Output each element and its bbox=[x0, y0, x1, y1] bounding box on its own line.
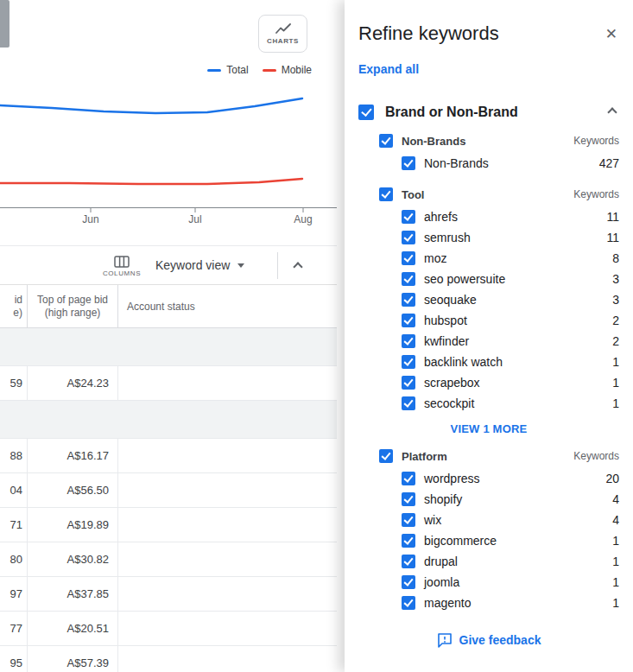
table-row[interactable]: 71 A$19.89 bbox=[0, 508, 337, 542]
x-tick-jun: Jun bbox=[82, 213, 98, 225]
low-bid-header-fragment-1: id bbox=[15, 294, 22, 307]
checkbox-checked[interactable] bbox=[402, 314, 415, 327]
keyword-count: 1 bbox=[612, 575, 619, 589]
keyword-filter-label: moz bbox=[424, 251, 446, 265]
collapse-chart-chevron-icon[interactable] bbox=[293, 262, 302, 271]
checkbox-checked[interactable] bbox=[379, 187, 393, 201]
view-selector-value: Keyword view bbox=[155, 258, 230, 272]
checkbox-checked[interactable] bbox=[402, 396, 415, 410]
mobile-series-line bbox=[0, 179, 302, 184]
keyword-filter-item[interactable]: seo powersuite 3 bbox=[402, 269, 619, 289]
columns-button[interactable]: COLUMNS bbox=[97, 250, 147, 282]
high-bid-column-header[interactable]: Top of page bid (high range) bbox=[28, 285, 118, 327]
keyword-filter-item[interactable]: magento 1 bbox=[402, 593, 619, 613]
legend-item-mobile[interactable]: Mobile bbox=[263, 64, 312, 76]
keyword-count: 1 bbox=[612, 355, 619, 369]
filter-group-header: Non-Brands Keywords bbox=[379, 134, 619, 148]
section-brand-or-nonbrand[interactable]: Brand or Non-Brand bbox=[358, 105, 619, 120]
keyword-filter-item[interactable]: wordpress 20 bbox=[402, 468, 619, 489]
low-bid-column-header[interactable]: id e) bbox=[0, 285, 28, 327]
keyword-filter-item[interactable]: secockpit 1 bbox=[402, 393, 619, 414]
keyword-filter-item[interactable]: moz 8 bbox=[402, 248, 619, 269]
checkbox-checked[interactable] bbox=[379, 134, 393, 148]
high-bid-cell: A$20.51 bbox=[28, 612, 118, 645]
low-bid-header-fragment-2: e) bbox=[13, 307, 22, 320]
table-row[interactable]: 80 A$30.82 bbox=[0, 542, 337, 577]
keyword-filter-item[interactable]: drupal 1 bbox=[402, 551, 619, 572]
cutoff-element bbox=[0, 0, 9, 48]
keyword-filter-item[interactable]: seoquake 3 bbox=[402, 289, 619, 310]
keyword-filter-item[interactable]: bigcommerce 1 bbox=[402, 530, 619, 551]
checkbox-checked[interactable] bbox=[402, 251, 415, 265]
checkbox-checked[interactable] bbox=[402, 334, 415, 348]
checkbox-checked[interactable] bbox=[402, 156, 415, 170]
checkbox-checked[interactable] bbox=[402, 596, 415, 610]
keyword-filter-label: semrush bbox=[424, 231, 471, 244]
keyword-count: 8 bbox=[612, 251, 619, 265]
checkbox-checked[interactable] bbox=[402, 231, 415, 244]
low-bid-fragment-cell: 80 bbox=[0, 542, 28, 576]
close-icon[interactable]: ✕ bbox=[604, 25, 619, 43]
view-more-link[interactable]: VIEW 1 MORE bbox=[358, 422, 619, 435]
keyword-filter-label: kwfinder bbox=[424, 334, 469, 348]
keyword-count: 1 bbox=[612, 376, 619, 390]
low-bid-fragment-cell: 04 bbox=[0, 473, 28, 507]
table-row[interactable]: 88 A$16.17 bbox=[0, 439, 337, 473]
keyword-filter-item[interactable]: shopify 4 bbox=[402, 489, 619, 510]
filter-group-platform: Platform Keywords wordpress 20 shopify 4… bbox=[358, 449, 619, 613]
keywords-column-label: Keywords bbox=[573, 188, 619, 200]
keyword-filter-item[interactable]: scrapebox 1 bbox=[402, 372, 619, 393]
filter-group-items: Non-Brands 427 bbox=[402, 153, 619, 174]
checkbox-checked[interactable] bbox=[402, 293, 415, 307]
view-selector-dropdown[interactable]: Keyword view bbox=[155, 246, 244, 284]
checkbox-checked[interactable] bbox=[379, 449, 393, 463]
charts-toggle-button[interactable]: CHARTS bbox=[258, 15, 307, 53]
keyword-count: 1 bbox=[612, 555, 619, 568]
account-status-cell bbox=[118, 508, 337, 542]
checkbox-checked[interactable] bbox=[402, 513, 415, 527]
keyword-filter-label: hubspot bbox=[424, 314, 467, 327]
table-row[interactable]: 95 A$57.39 bbox=[0, 646, 337, 672]
low-bid-fragment-cell: 77 bbox=[0, 612, 28, 645]
filter-group-label: Non-Brands bbox=[402, 135, 465, 148]
keyword-filter-item[interactable]: ahrefs 11 bbox=[402, 206, 619, 227]
give-feedback-link[interactable]: Give feedback bbox=[358, 632, 619, 648]
keyword-count: 427 bbox=[599, 156, 619, 170]
keyword-filter-item[interactable]: wix 4 bbox=[402, 510, 619, 530]
keyword-filter-item[interactable]: backlink watch 1 bbox=[402, 352, 619, 372]
checkbox-checked[interactable] bbox=[402, 555, 415, 568]
keyword-filter-label: wordpress bbox=[424, 472, 480, 485]
checkbox-checked[interactable] bbox=[402, 575, 415, 589]
checkbox-checked[interactable] bbox=[402, 492, 415, 506]
checkbox-checked[interactable] bbox=[402, 472, 415, 485]
filter-group-header: Platform Keywords bbox=[379, 449, 619, 463]
checkbox-checked[interactable] bbox=[402, 355, 415, 369]
checkbox-checked[interactable] bbox=[402, 210, 415, 224]
table-row[interactable]: 77 A$20.51 bbox=[0, 612, 337, 646]
table-row[interactable]: 04 A$56.50 bbox=[0, 473, 337, 508]
account-status-column-header[interactable]: Account status bbox=[118, 285, 337, 327]
keyword-filter-item[interactable]: semrush 11 bbox=[402, 227, 619, 248]
total-series-line bbox=[0, 98, 302, 113]
refine-keywords-panel: Refine keywords ✕ Expand all Brand or No… bbox=[345, 0, 633, 672]
expand-all-link[interactable]: Expand all bbox=[358, 62, 419, 76]
checkbox-checked[interactable] bbox=[402, 272, 415, 286]
table-row[interactable]: 97 A$37.85 bbox=[0, 577, 337, 612]
checkbox-checked[interactable] bbox=[358, 105, 374, 120]
keyword-filter-item[interactable]: Non-Brands 427 bbox=[402, 153, 619, 174]
high-bid-header-label: Top of page bid (high range) bbox=[35, 294, 111, 320]
section-label: Brand or Non-Brand bbox=[385, 105, 518, 120]
dropdown-caret-icon bbox=[237, 263, 244, 268]
checkbox-checked[interactable] bbox=[402, 534, 415, 548]
high-bid-cell: A$56.50 bbox=[28, 473, 118, 507]
total-series-swatch bbox=[207, 69, 221, 72]
keyword-filter-item[interactable]: joomla 1 bbox=[402, 572, 619, 593]
chevron-up-icon[interactable] bbox=[607, 107, 617, 117]
legend-item-total[interactable]: Total bbox=[207, 64, 248, 76]
keyword-filter-label: seo powersuite bbox=[424, 272, 505, 286]
keyword-filter-item[interactable]: hubspot 2 bbox=[402, 310, 619, 331]
keyword-filter-item[interactable]: kwfinder 2 bbox=[402, 331, 619, 352]
table-row[interactable]: 59 A$24.23 bbox=[0, 366, 337, 401]
checkbox-checked[interactable] bbox=[402, 376, 415, 390]
keyword-filter-label: backlink watch bbox=[424, 355, 503, 369]
